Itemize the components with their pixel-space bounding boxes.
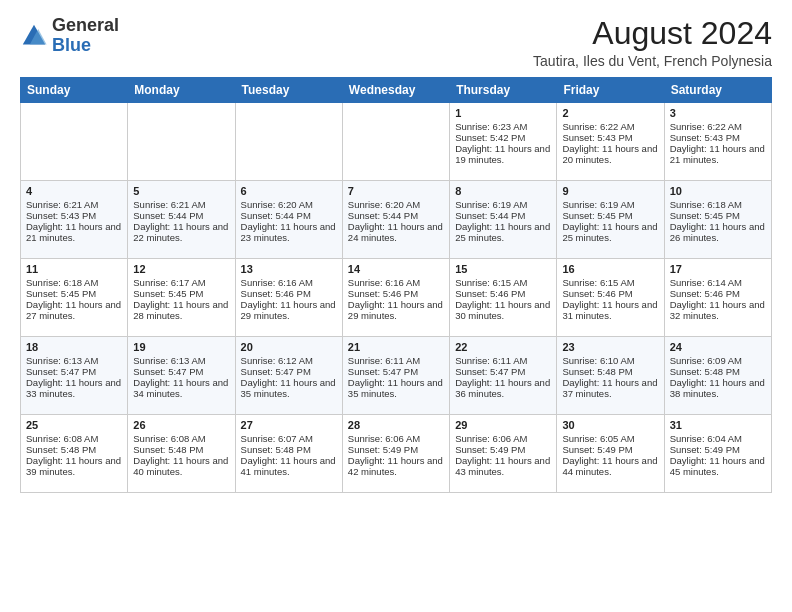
sunset-text: Sunset: 5:42 PM <box>455 132 551 143</box>
calendar-cell: 3Sunrise: 6:22 AMSunset: 5:43 PMDaylight… <box>664 103 771 181</box>
daylight-text: Daylight: 11 hours and 38 minutes. <box>670 377 766 399</box>
day-number: 29 <box>455 419 551 431</box>
calendar-week-1: 1Sunrise: 6:23 AMSunset: 5:42 PMDaylight… <box>21 103 772 181</box>
sunrise-text: Sunrise: 6:20 AM <box>348 199 444 210</box>
calendar-cell: 9Sunrise: 6:19 AMSunset: 5:45 PMDaylight… <box>557 181 664 259</box>
day-number: 27 <box>241 419 337 431</box>
sunset-text: Sunset: 5:47 PM <box>241 366 337 377</box>
sunrise-text: Sunrise: 6:10 AM <box>562 355 658 366</box>
logo: General Blue <box>20 16 119 56</box>
sunrise-text: Sunrise: 6:08 AM <box>26 433 122 444</box>
sunrise-text: Sunrise: 6:13 AM <box>133 355 229 366</box>
sunset-text: Sunset: 5:49 PM <box>455 444 551 455</box>
sunset-text: Sunset: 5:45 PM <box>670 210 766 221</box>
sunset-text: Sunset: 5:47 PM <box>348 366 444 377</box>
calendar-cell: 5Sunrise: 6:21 AMSunset: 5:44 PMDaylight… <box>128 181 235 259</box>
sunrise-text: Sunrise: 6:15 AM <box>562 277 658 288</box>
calendar-header-row: Sunday Monday Tuesday Wednesday Thursday… <box>21 78 772 103</box>
sunrise-text: Sunrise: 6:09 AM <box>670 355 766 366</box>
day-number: 8 <box>455 185 551 197</box>
sunset-text: Sunset: 5:48 PM <box>562 366 658 377</box>
daylight-text: Daylight: 11 hours and 41 minutes. <box>241 455 337 477</box>
day-number: 14 <box>348 263 444 275</box>
day-number: 11 <box>26 263 122 275</box>
calendar-cell: 11Sunrise: 6:18 AMSunset: 5:45 PMDayligh… <box>21 259 128 337</box>
sunset-text: Sunset: 5:47 PM <box>133 366 229 377</box>
day-number: 28 <box>348 419 444 431</box>
sunset-text: Sunset: 5:46 PM <box>455 288 551 299</box>
sunset-text: Sunset: 5:44 PM <box>348 210 444 221</box>
daylight-text: Daylight: 11 hours and 24 minutes. <box>348 221 444 243</box>
sunrise-text: Sunrise: 6:22 AM <box>670 121 766 132</box>
day-number: 9 <box>562 185 658 197</box>
sunset-text: Sunset: 5:46 PM <box>348 288 444 299</box>
sunrise-text: Sunrise: 6:17 AM <box>133 277 229 288</box>
daylight-text: Daylight: 11 hours and 26 minutes. <box>670 221 766 243</box>
daylight-text: Daylight: 11 hours and 25 minutes. <box>562 221 658 243</box>
sunset-text: Sunset: 5:47 PM <box>26 366 122 377</box>
day-number: 10 <box>670 185 766 197</box>
month-title: August 2024 <box>533 16 772 51</box>
sunrise-text: Sunrise: 6:16 AM <box>241 277 337 288</box>
calendar-cell: 4Sunrise: 6:21 AMSunset: 5:43 PMDaylight… <box>21 181 128 259</box>
sunrise-text: Sunrise: 6:21 AM <box>26 199 122 210</box>
sunrise-text: Sunrise: 6:14 AM <box>670 277 766 288</box>
sunrise-text: Sunrise: 6:04 AM <box>670 433 766 444</box>
calendar-cell: 8Sunrise: 6:19 AMSunset: 5:44 PMDaylight… <box>450 181 557 259</box>
day-number: 22 <box>455 341 551 353</box>
sunset-text: Sunset: 5:45 PM <box>26 288 122 299</box>
sunset-text: Sunset: 5:44 PM <box>241 210 337 221</box>
daylight-text: Daylight: 11 hours and 29 minutes. <box>348 299 444 321</box>
calendar-cell: 24Sunrise: 6:09 AMSunset: 5:48 PMDayligh… <box>664 337 771 415</box>
sunrise-text: Sunrise: 6:06 AM <box>455 433 551 444</box>
sunset-text: Sunset: 5:43 PM <box>562 132 658 143</box>
sunrise-text: Sunrise: 6:19 AM <box>562 199 658 210</box>
daylight-text: Daylight: 11 hours and 43 minutes. <box>455 455 551 477</box>
calendar-week-2: 4Sunrise: 6:21 AMSunset: 5:43 PMDaylight… <box>21 181 772 259</box>
sunrise-text: Sunrise: 6:18 AM <box>670 199 766 210</box>
calendar-cell: 29Sunrise: 6:06 AMSunset: 5:49 PMDayligh… <box>450 415 557 493</box>
calendar-cell: 27Sunrise: 6:07 AMSunset: 5:48 PMDayligh… <box>235 415 342 493</box>
daylight-text: Daylight: 11 hours and 45 minutes. <box>670 455 766 477</box>
calendar-cell: 19Sunrise: 6:13 AMSunset: 5:47 PMDayligh… <box>128 337 235 415</box>
calendar-cell: 16Sunrise: 6:15 AMSunset: 5:46 PMDayligh… <box>557 259 664 337</box>
calendar-cell: 21Sunrise: 6:11 AMSunset: 5:47 PMDayligh… <box>342 337 449 415</box>
calendar-table: Sunday Monday Tuesday Wednesday Thursday… <box>20 77 772 493</box>
daylight-text: Daylight: 11 hours and 27 minutes. <box>26 299 122 321</box>
daylight-text: Daylight: 11 hours and 39 minutes. <box>26 455 122 477</box>
col-tuesday: Tuesday <box>235 78 342 103</box>
calendar-cell: 17Sunrise: 6:14 AMSunset: 5:46 PMDayligh… <box>664 259 771 337</box>
logo-icon <box>20 22 48 50</box>
calendar-cell: 2Sunrise: 6:22 AMSunset: 5:43 PMDaylight… <box>557 103 664 181</box>
day-number: 2 <box>562 107 658 119</box>
day-number: 17 <box>670 263 766 275</box>
sunset-text: Sunset: 5:46 PM <box>241 288 337 299</box>
calendar-cell <box>342 103 449 181</box>
day-number: 25 <box>26 419 122 431</box>
sunset-text: Sunset: 5:49 PM <box>562 444 658 455</box>
calendar-cell: 20Sunrise: 6:12 AMSunset: 5:47 PMDayligh… <box>235 337 342 415</box>
sunrise-text: Sunrise: 6:11 AM <box>348 355 444 366</box>
col-friday: Friday <box>557 78 664 103</box>
sunset-text: Sunset: 5:45 PM <box>562 210 658 221</box>
title-block: August 2024 Tautira, Iles du Vent, Frenc… <box>533 16 772 69</box>
day-number: 4 <box>26 185 122 197</box>
col-thursday: Thursday <box>450 78 557 103</box>
daylight-text: Daylight: 11 hours and 25 minutes. <box>455 221 551 243</box>
daylight-text: Daylight: 11 hours and 42 minutes. <box>348 455 444 477</box>
sunset-text: Sunset: 5:48 PM <box>670 366 766 377</box>
sunrise-text: Sunrise: 6:16 AM <box>348 277 444 288</box>
calendar-cell: 15Sunrise: 6:15 AMSunset: 5:46 PMDayligh… <box>450 259 557 337</box>
logo-text: General Blue <box>52 16 119 56</box>
day-number: 12 <box>133 263 229 275</box>
sunset-text: Sunset: 5:48 PM <box>241 444 337 455</box>
calendar-cell: 6Sunrise: 6:20 AMSunset: 5:44 PMDaylight… <box>235 181 342 259</box>
calendar-cell: 31Sunrise: 6:04 AMSunset: 5:49 PMDayligh… <box>664 415 771 493</box>
calendar-cell: 22Sunrise: 6:11 AMSunset: 5:47 PMDayligh… <box>450 337 557 415</box>
col-wednesday: Wednesday <box>342 78 449 103</box>
col-sunday: Sunday <box>21 78 128 103</box>
col-monday: Monday <box>128 78 235 103</box>
sunset-text: Sunset: 5:49 PM <box>348 444 444 455</box>
sunrise-text: Sunrise: 6:05 AM <box>562 433 658 444</box>
sunset-text: Sunset: 5:47 PM <box>455 366 551 377</box>
